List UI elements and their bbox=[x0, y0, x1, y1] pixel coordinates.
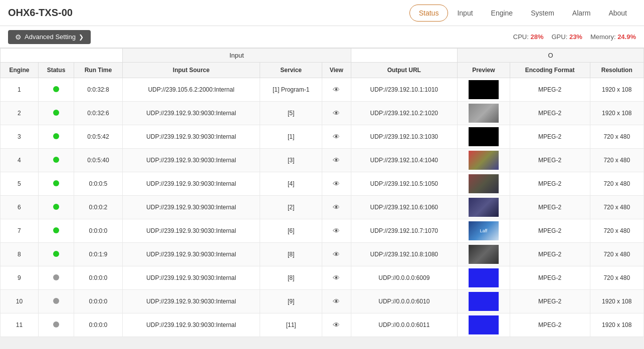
nav-tabs: Status Input Engine System Alarm About bbox=[409, 5, 636, 22]
cell-service: [1] bbox=[260, 125, 322, 149]
cell-engine: 3 bbox=[1, 125, 39, 149]
col-view: View bbox=[322, 63, 351, 78]
status-indicator bbox=[53, 274, 59, 280]
eye-icon[interactable]: 👁 bbox=[333, 321, 340, 329]
cell-input-source: UDP://239.192.9.30:9030:Internal bbox=[122, 102, 260, 125]
main-table-container: Input O Engine Status Run Time Input Sou… bbox=[0, 48, 644, 337]
eye-icon[interactable]: 👁 bbox=[333, 180, 340, 188]
advanced-setting-button[interactable]: ⚙ Advanced Setting ❯ bbox=[8, 30, 91, 44]
cell-service: [5] bbox=[260, 102, 322, 125]
cell-engine: 1 bbox=[1, 78, 39, 102]
cell-encoding: MPEG-2 bbox=[510, 78, 590, 102]
cell-runtime: 0:0:1:9 bbox=[74, 243, 123, 266]
cell-service: [8] bbox=[260, 266, 322, 290]
cell-engine: 2 bbox=[1, 102, 39, 125]
status-indicator bbox=[53, 227, 59, 233]
tab-input[interactable]: Input bbox=[448, 5, 482, 21]
cell-resolution: 720 x 480 bbox=[590, 125, 643, 149]
cell-view[interactable]: 👁 bbox=[322, 219, 351, 243]
table-row: 3 0:0:5:42 UDP://239.192.9.30:9030:Inter… bbox=[1, 125, 644, 149]
cell-preview bbox=[458, 78, 510, 102]
table-row: 6 0:0:0:2 UDP://239.192.9.30:9030:Intern… bbox=[1, 196, 644, 219]
cell-encoding: MPEG-2 bbox=[510, 313, 590, 337]
cell-view[interactable]: 👁 bbox=[322, 243, 351, 266]
cell-view[interactable]: 👁 bbox=[322, 102, 351, 125]
eye-icon[interactable]: 👁 bbox=[333, 250, 340, 258]
tab-about[interactable]: About bbox=[599, 5, 636, 21]
eye-icon[interactable]: 👁 bbox=[333, 203, 340, 211]
group-input: Input bbox=[122, 49, 351, 63]
eye-icon[interactable]: 👁 bbox=[333, 227, 340, 235]
group-header-row: Input O bbox=[1, 49, 644, 63]
eye-icon[interactable]: 👁 bbox=[333, 133, 340, 141]
status-indicator bbox=[53, 180, 59, 186]
cell-output-url: UDP://239.192.10.1:1010 bbox=[351, 78, 458, 102]
cell-resolution: 1920 x 108 bbox=[590, 290, 643, 313]
cell-status bbox=[38, 196, 74, 219]
eye-icon[interactable]: 👁 bbox=[333, 297, 340, 305]
cell-engine: 7 bbox=[1, 219, 39, 243]
cell-view[interactable]: 👁 bbox=[322, 125, 351, 149]
header: OHX6-TXS-00 Status Input Engine System A… bbox=[0, 0, 644, 26]
tab-system[interactable]: System bbox=[522, 5, 563, 21]
table-row: 4 0:0:5:40 UDP://239.192.9.30:9030:Inter… bbox=[1, 149, 644, 172]
cell-service: [2] bbox=[260, 196, 322, 219]
data-table: Input O Engine Status Run Time Input Sou… bbox=[0, 48, 644, 337]
cell-status bbox=[38, 125, 74, 149]
tab-alarm[interactable]: Alarm bbox=[563, 5, 600, 21]
cell-resolution: 720 x 480 bbox=[590, 149, 643, 172]
cell-output-url: UDP://239.192.10.4:1040 bbox=[351, 149, 458, 172]
cell-encoding: MPEG-2 bbox=[510, 102, 590, 125]
status-indicator bbox=[53, 298, 59, 304]
tab-engine[interactable]: Engine bbox=[482, 5, 522, 21]
status-indicator bbox=[53, 86, 59, 92]
cell-runtime: 0:0:5:40 bbox=[74, 149, 123, 172]
cell-view[interactable]: 👁 bbox=[322, 266, 351, 290]
cell-status bbox=[38, 149, 74, 172]
col-status: Status bbox=[38, 63, 74, 78]
cell-view[interactable]: 👁 bbox=[322, 149, 351, 172]
status-indicator bbox=[53, 204, 59, 210]
table-row: 7 0:0:0:0 UDP://239.192.9.30:9030:Intern… bbox=[1, 219, 644, 243]
group-output: O bbox=[458, 49, 644, 63]
cell-output-url: UDP://239.192.10.7:1070 bbox=[351, 219, 458, 243]
cell-encoding: MPEG-2 bbox=[510, 290, 590, 313]
cell-engine: 8 bbox=[1, 243, 39, 266]
group-empty bbox=[1, 49, 123, 63]
cell-encoding: MPEG-2 bbox=[510, 172, 590, 196]
tab-status[interactable]: Status bbox=[409, 5, 449, 22]
cell-output-url: UDP://239.192.10.6:1060 bbox=[351, 196, 458, 219]
cell-view[interactable]: 👁 bbox=[322, 172, 351, 196]
cell-service: [3] bbox=[260, 149, 322, 172]
eye-icon[interactable]: 👁 bbox=[333, 109, 340, 117]
cell-runtime: 0:0:32:8 bbox=[74, 78, 123, 102]
cell-runtime: 0:0:0:0 bbox=[74, 290, 123, 313]
col-service: Service bbox=[260, 63, 322, 78]
eye-icon[interactable]: 👁 bbox=[333, 274, 340, 282]
gpu-label: GPU: bbox=[551, 33, 567, 41]
cell-preview bbox=[458, 149, 510, 172]
eye-icon[interactable]: 👁 bbox=[333, 156, 340, 164]
column-header-row: Engine Status Run Time Input Source Serv… bbox=[1, 63, 644, 78]
cell-input-source: UDP://239.192.9.30:9030:Internal bbox=[122, 266, 260, 290]
cell-view[interactable]: 👁 bbox=[322, 290, 351, 313]
cpu-value: 28% bbox=[530, 33, 543, 41]
cell-preview bbox=[458, 243, 510, 266]
cell-view[interactable]: 👁 bbox=[322, 78, 351, 102]
cell-output-url: UDP://0.0.0.0:6011 bbox=[351, 313, 458, 337]
cell-runtime: 0:0:0:2 bbox=[74, 196, 123, 219]
cell-runtime: 0:0:0:0 bbox=[74, 313, 123, 337]
system-stats: CPU: 28% GPU: 23% Memory: 24.9% bbox=[513, 33, 636, 41]
eye-icon[interactable]: 👁 bbox=[333, 86, 340, 94]
cell-runtime: 0:0:0:0 bbox=[74, 219, 123, 243]
cell-input-source: UDP://239.192.9.30:9030:Internal bbox=[122, 243, 260, 266]
cell-input-source: UDP://239.192.9.30:9030:Internal bbox=[122, 196, 260, 219]
cell-view[interactable]: 👁 bbox=[322, 196, 351, 219]
cell-input-source: UDP://239.192.9.30:9030:Internal bbox=[122, 219, 260, 243]
gpu-value: 23% bbox=[569, 33, 582, 41]
cell-preview: Laff bbox=[458, 219, 510, 243]
cell-encoding: MPEG-2 bbox=[510, 149, 590, 172]
cell-view[interactable]: 👁 bbox=[322, 313, 351, 337]
cell-input-source: UDP://239.192.9.30:9030:Internal bbox=[122, 125, 260, 149]
cell-output-url: UDP://239.192.10.3:1030 bbox=[351, 125, 458, 149]
